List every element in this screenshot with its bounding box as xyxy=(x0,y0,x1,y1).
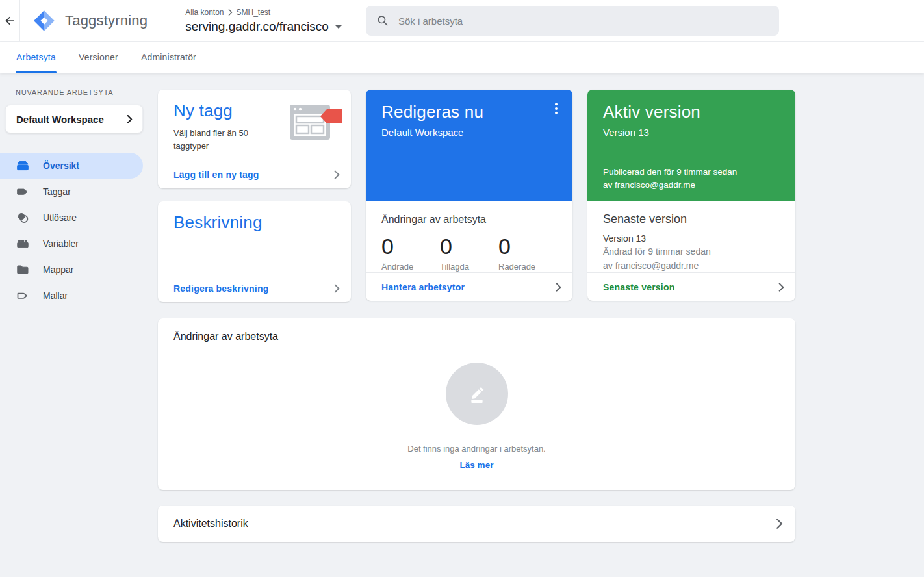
new-tag-subtitle: Välj bland fler än 50 taggtyper xyxy=(173,127,255,153)
description-card: Beskrivning Redigera beskrivning xyxy=(158,201,351,302)
new-tag-illustration-icon xyxy=(289,101,342,144)
more-options-icon[interactable] xyxy=(548,101,564,116)
new-tag-title: Ny tagg xyxy=(173,101,255,121)
template-icon xyxy=(16,289,29,302)
workspace-changes-stats: 0 Ändrade 0 Tillagda 0 Raderade xyxy=(381,234,557,272)
tab-versioner[interactable]: Versioner xyxy=(78,42,119,73)
folder-icon xyxy=(16,263,29,276)
sidebar-item-label: Översikt xyxy=(43,160,79,171)
stat-deleted-label: Raderade xyxy=(498,262,557,272)
top-header: Taggstyrning Alla konton SMH_test servin… xyxy=(0,0,924,42)
editing-now-card: Redigeras nu Default Workspace Ändringar… xyxy=(366,90,572,301)
chevron-right-icon xyxy=(228,9,233,16)
read-more-link[interactable]: Läs mer xyxy=(460,460,494,470)
tab-arbetsyta[interactable]: Arbetsyta xyxy=(16,42,57,73)
sidebar: NUVARANDE ARBETSYTA Default Workspace Öv… xyxy=(0,73,143,577)
editing-now-title: Redigeras nu xyxy=(381,102,563,122)
stat-added-value: 0 xyxy=(440,234,498,259)
workspace-name: Default Workspace xyxy=(16,114,104,125)
tag-icon xyxy=(16,185,29,198)
sidebar-item-variabler[interactable]: Variabler xyxy=(0,231,143,257)
stat-changed: 0 Ändrade xyxy=(381,234,440,272)
activity-history-row[interactable]: Aktivitetshistorik xyxy=(158,506,795,542)
search-input[interactable] xyxy=(398,16,769,27)
account-block: Alla konton SMH_test serving.gaddr.co/fr… xyxy=(162,0,342,41)
app-title: Taggstyrning xyxy=(65,12,148,29)
stat-deleted: 0 Raderade xyxy=(498,234,557,272)
back-button[interactable] xyxy=(0,0,20,41)
tag-manager-logo-icon xyxy=(32,9,56,32)
changes-panel-title: Ändringar av arbetsyta xyxy=(173,331,278,342)
published-line2: av francisco@gaddr.me xyxy=(603,179,737,192)
sidebar-item-label: Variabler xyxy=(43,238,79,249)
sidebar-item-utlosare[interactable]: Utlösare xyxy=(0,205,143,231)
chevron-right-icon xyxy=(127,115,133,123)
new-tag-card: Ny tagg Välj bland fler än 50 taggtyper xyxy=(158,90,351,188)
manage-workspaces-action[interactable]: Hantera arbetsytor xyxy=(366,272,572,301)
trigger-icon xyxy=(16,211,29,224)
chevron-right-icon xyxy=(778,283,784,292)
stat-deleted-value: 0 xyxy=(498,234,557,259)
chevron-down-icon xyxy=(335,25,342,29)
add-new-tag-action[interactable]: Lägg till en ny tagg xyxy=(158,160,351,188)
latest-version-action[interactable]: Senaste version xyxy=(587,272,795,301)
manage-workspaces-label: Hantera arbetsytor xyxy=(381,282,465,292)
stat-added-label: Tillagda xyxy=(440,262,498,272)
edit-description-action[interactable]: Redigera beskrivning xyxy=(158,274,351,302)
latest-version-heading: Senaste version xyxy=(603,212,780,226)
tab-administrator[interactable]: Administratör xyxy=(140,42,197,73)
published-line1: Publicerad den för 9 timmar sedan xyxy=(603,166,737,179)
published-info: Publicerad den för 9 timmar sedan av fra… xyxy=(603,166,737,192)
sidebar-item-mappar[interactable]: Mappar xyxy=(0,257,143,283)
main-panel: Ny tagg Välj bland fler än 50 taggtyper xyxy=(143,73,796,577)
add-new-tag-label: Lägg till en ny tagg xyxy=(173,170,259,180)
live-version-card: Aktiv version Version 13 Publicerad den … xyxy=(587,90,795,301)
sidebar-item-label: Taggar xyxy=(43,186,71,197)
breadcrumb-container[interactable]: SMH_test xyxy=(237,8,271,17)
edit-description-label: Redigera beskrivning xyxy=(173,283,268,294)
chevron-right-icon xyxy=(334,284,340,293)
stat-changed-label: Ändrade xyxy=(381,262,440,272)
sidebar-item-taggar[interactable]: Taggar xyxy=(0,179,143,205)
sidebar-item-label: Utlösare xyxy=(43,212,77,223)
latest-version-number: Version 13 xyxy=(603,233,780,244)
variable-icon xyxy=(16,237,29,250)
workspace-selector-card[interactable]: Default Workspace xyxy=(5,105,143,133)
latest-version-link-label: Senaste version xyxy=(603,282,674,292)
workspace-search[interactable] xyxy=(366,6,779,36)
description-title: Beskrivning xyxy=(173,212,335,233)
latest-version-modified: Ändrad för 9 timmar sedan xyxy=(603,245,780,258)
content-area: NUVARANDE ARBETSYTA Default Workspace Öv… xyxy=(0,73,924,577)
chevron-right-icon xyxy=(556,283,561,292)
chevron-right-icon xyxy=(334,170,340,179)
overview-icon xyxy=(16,159,29,172)
workspace-changes-heading: Ändringar av arbetsyta xyxy=(381,214,557,225)
sidebar-item-label: Mallar xyxy=(43,290,68,301)
workspace-changes-panel: Ändringar av arbetsyta Det finns inga än… xyxy=(158,318,795,490)
breadcrumb-root[interactable]: Alla konton xyxy=(185,8,224,17)
stat-changed-value: 0 xyxy=(381,234,440,259)
breadcrumb: Alla konton SMH_test xyxy=(185,8,342,17)
activity-history-title: Aktivitetshistorik xyxy=(173,518,248,530)
current-workspace-label: NUVARANDE ARBETSYTA xyxy=(16,88,143,96)
sidebar-item-oversikt[interactable]: Översikt xyxy=(0,153,143,179)
sidebar-item-label: Mappar xyxy=(43,264,73,275)
main-tabbar: Arbetsyta Versioner Administratör xyxy=(0,42,924,73)
search-icon xyxy=(376,14,389,27)
container-title: serving.gaddr.co/francisco xyxy=(185,19,329,34)
sidebar-item-mallar[interactable]: Mallar xyxy=(0,283,143,309)
latest-version-author: av francisco@gaddr.me xyxy=(603,259,780,272)
editing-workspace-name: Default Workspace xyxy=(381,127,563,138)
chevron-right-icon xyxy=(776,519,783,529)
sidebar-nav: Översikt Taggar Utlösare Variabler Mappa… xyxy=(0,153,143,309)
container-selector[interactable]: serving.gaddr.co/francisco xyxy=(185,19,342,34)
app-logo-area[interactable]: Taggstyrning xyxy=(20,0,162,41)
live-version-title: Aktiv version xyxy=(603,102,786,122)
edit-pencil-icon xyxy=(446,363,508,425)
live-version-number: Version 13 xyxy=(603,127,786,138)
no-changes-message: Det finns inga ändringar i arbetsytan. xyxy=(407,444,545,454)
stat-added: 0 Tillagda xyxy=(440,234,498,272)
arrow-back-icon xyxy=(3,14,16,27)
